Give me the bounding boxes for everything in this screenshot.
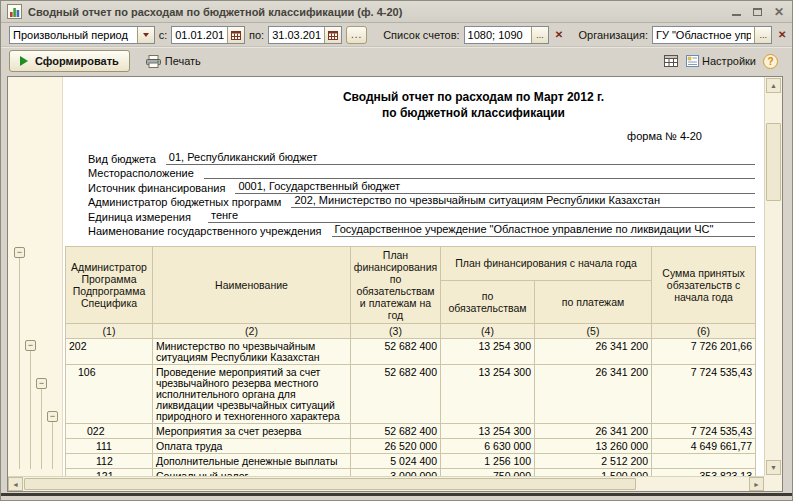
report-panel: −−−− Сводный отчет по расходам по Март 2… (7, 76, 783, 492)
period-dropdown-button[interactable] (137, 27, 154, 43)
col-number-cell: (3) (351, 324, 441, 339)
table-grid-icon (664, 55, 678, 67)
report-field-row: Вид бюджета 01, Республиканский бюджет (88, 150, 755, 165)
cell-accepted: 7 724 535,43 (652, 365, 756, 424)
header-name: Наименование (153, 247, 351, 324)
help-button[interactable]: ? (763, 54, 778, 69)
calendar-icon (328, 30, 338, 40)
printer-icon (146, 55, 161, 68)
cell-name: Проведение мероприятий за счет чрезвычай… (153, 365, 351, 424)
horizontal-scrollbar[interactable]: ◄ ► (8, 476, 764, 491)
table-row: 106 Проведение мероприятий за счет чрезв… (66, 365, 756, 424)
minimize-button[interactable] (732, 5, 741, 19)
table-row: 121 Социальный налог 3 000 000 750 000 1… (66, 469, 756, 477)
toolbar-right-tools: Настройки ? (663, 53, 778, 69)
organization-choose-button[interactable]: ... (754, 27, 771, 43)
group-tree-line (19, 257, 20, 469)
vertical-scrollbar[interactable]: ▲ ▼ (764, 77, 782, 476)
cell-obligations-ytd: 6 630 000 (441, 439, 535, 454)
cell-obligations-ytd: 750 000 (441, 469, 535, 477)
report-field-label: Администратор бюджетных программ (88, 196, 281, 208)
cell-payments-ytd: 26 341 200 (535, 424, 652, 439)
accounts-choose-button[interactable]: ... (531, 27, 548, 43)
cell-name: Оплата труда (153, 439, 351, 454)
table-settings-button[interactable] (663, 53, 679, 69)
cell-code: 111 (66, 439, 153, 454)
cell-plan-year: 52 682 400 (351, 365, 441, 424)
report-field-label: Месторасположение (88, 167, 194, 179)
period-more-button[interactable]: ... (346, 26, 367, 44)
cell-obligations-ytd: 13 254 300 (441, 365, 535, 424)
group-tree-line (52, 421, 53, 469)
accounts-clear-button[interactable]: ✕ (553, 29, 565, 40)
scroll-right-button[interactable]: ► (749, 477, 764, 491)
cell-obligations-ytd: 1 256 100 (441, 454, 535, 469)
collapse-minus-icon[interactable]: − (14, 247, 25, 258)
generate-button-label: Сформировать (35, 55, 119, 67)
header-administrator: Администратор Программа Подпрограмма Спе… (66, 247, 153, 324)
col-number-cell: (4) (441, 324, 535, 339)
to-date-input[interactable] (269, 27, 324, 43)
header-accepted: Сумма принятых обязательств с начала год… (652, 247, 756, 324)
cell-obligations-ytd: 13 254 300 (441, 339, 535, 365)
table-row: 111 Оплата труда 26 520 000 6 630 000 13… (66, 439, 756, 454)
horizontal-scroll-thumb[interactable] (24, 478, 636, 490)
group-tree-line (30, 350, 31, 469)
period-select[interactable]: Произвольный период (9, 26, 155, 44)
report-fields: Вид бюджета 01, Республиканский бюджет М… (63, 150, 764, 237)
header-plan-ytd-group: План финансирования с начала года (441, 247, 652, 281)
header-by-payments: по платежам (535, 280, 652, 323)
from-calendar-button[interactable] (227, 27, 244, 43)
report-icon (7, 4, 22, 19)
window-bottom-edge (1, 493, 792, 496)
cell-plan-year: 26 520 000 (351, 439, 441, 454)
scroll-up-button[interactable]: ▲ (766, 78, 781, 93)
cell-payments-ytd: 26 341 200 (535, 365, 652, 424)
scrollbar-corner (764, 476, 782, 491)
settings-button-label: Настройки (702, 55, 756, 67)
report-table-body: 202 Министерство по чрезвычайным ситуаци… (66, 339, 756, 477)
from-date-input[interactable] (172, 27, 227, 43)
collapse-minus-icon[interactable]: − (47, 411, 58, 422)
to-label: по: (249, 29, 264, 41)
group-tree-line (41, 388, 42, 469)
scroll-down-button[interactable]: ▼ (766, 460, 781, 475)
to-calendar-button[interactable] (324, 27, 341, 43)
report-field-value: 0001, Государственный бюджет (235, 180, 755, 194)
accounts-label: Список счетов: (383, 29, 459, 41)
window-controls: ✕ (732, 5, 784, 19)
organization-clear-button[interactable]: ✕ (776, 29, 788, 40)
cell-name: Дополнительные денежные выплаты (153, 454, 351, 469)
cell-accepted: 353 823,13 (652, 469, 756, 477)
organization-label: Организация: (579, 29, 648, 41)
col-number-cell: (1) (66, 324, 153, 339)
report-field-value: тенге (208, 209, 755, 223)
report-field-row: Единица измерения тенге (88, 208, 755, 223)
action-toolbar: Сформировать Печать (1, 47, 792, 75)
col-number-cell: (6) (652, 324, 756, 339)
col-numbers-row: (1)(2)(3)(4)(5)(6) (66, 324, 756, 339)
vertical-scroll-thumb[interactable] (766, 123, 781, 201)
organization-input[interactable] (653, 27, 754, 43)
settings-button[interactable]: Настройки (686, 55, 756, 67)
scroll-left-button[interactable]: ◄ (8, 477, 23, 491)
generate-button[interactable]: Сформировать (9, 50, 130, 72)
cell-accepted (652, 454, 756, 469)
collapse-minus-icon[interactable]: − (36, 378, 47, 389)
print-button[interactable]: Печать (140, 50, 207, 72)
calendar-icon (231, 30, 241, 40)
table-row: 202 Министерство по чрезвычайным ситуаци… (66, 339, 756, 365)
cell-accepted: 7 724 535,43 (652, 424, 756, 439)
maximize-button[interactable] (753, 5, 762, 19)
accounts-input[interactable] (465, 27, 531, 43)
form-number: форма № 4-20 (63, 130, 764, 142)
tree-margin: −−−− (8, 77, 63, 476)
close-button[interactable]: ✕ (774, 5, 784, 19)
cell-plan-year: 52 682 400 (351, 424, 441, 439)
cell-plan-year: 5 024 400 (351, 454, 441, 469)
report-field-value: Государственное учреждение "Областное уп… (332, 223, 756, 237)
cell-accepted: 7 726 201,66 (652, 339, 756, 365)
collapse-minus-icon[interactable]: − (25, 340, 36, 351)
cell-accepted: 4 649 661,77 (652, 439, 756, 454)
chevron-down-icon (143, 33, 149, 37)
